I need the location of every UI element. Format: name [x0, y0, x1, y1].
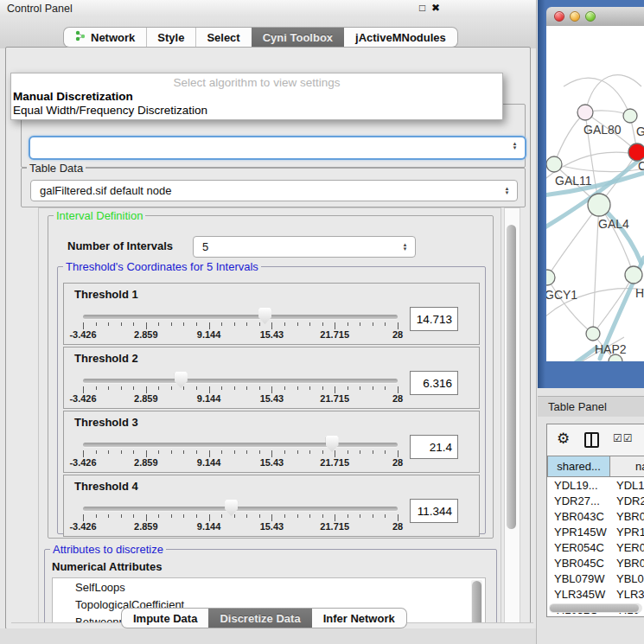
tick-mark: [322, 386, 323, 390]
columns-icon[interactable]: [584, 432, 599, 448]
slider-track[interactable]: [83, 507, 398, 511]
table-row[interactable]: YDR27...YDR2: [547, 493, 644, 508]
tick-mark: [322, 514, 323, 518]
table-row[interactable]: YER054CYER0: [547, 539, 644, 555]
network-node[interactable]: [546, 270, 555, 285]
list-item[interactable]: SelfLoops: [53, 578, 485, 596]
tick-mark: [133, 386, 134, 390]
tab-label: Select: [207, 31, 239, 44]
cell-shared-name: YPR145W: [547, 526, 610, 539]
tick-label: 9.144: [197, 393, 221, 404]
scrollbar-thumb[interactable]: [507, 225, 516, 529]
table-data-combobox[interactable]: galFiltered.sif default node ▲▼: [30, 180, 518, 201]
threshold-value-field[interactable]: 21.4: [410, 435, 458, 459]
close-traffic-light-icon[interactable]: [554, 11, 564, 22]
tick-mark: [83, 322, 84, 329]
settings-vertical-scrollbar[interactable]: [504, 207, 520, 624]
scrollbar-thumb[interactable]: [472, 581, 481, 623]
table-row[interactable]: YBL079WYBL0: [547, 571, 644, 586]
tab-jactivemnodules[interactable]: jActiveMNodules: [344, 27, 458, 48]
tab-impute-data[interactable]: Impute Data: [121, 608, 208, 628]
tick-mark: [259, 386, 260, 390]
tick-label: -3.426: [69, 393, 96, 404]
threshold-value-field[interactable]: 11.344: [410, 499, 458, 523]
column-header-name[interactable]: na: [610, 456, 644, 477]
tab-infer-network[interactable]: Infer Network: [312, 608, 407, 628]
tick-mark: [271, 386, 272, 393]
network-node[interactable]: [577, 105, 593, 120]
tick-mark: [348, 450, 348, 454]
top-tab-strip: NetworkStyleSelectCyni ToolboxjActiveMNo…: [63, 27, 458, 48]
close-icon[interactable]: ✖: [431, 2, 440, 14]
minimize-traffic-light-icon[interactable]: [570, 11, 580, 22]
float-window-icon[interactable]: □: [419, 2, 425, 14]
tick-mark: [121, 322, 122, 326]
network-node[interactable]: [628, 143, 644, 161]
tick-label: 9.144: [197, 521, 221, 532]
table-row[interactable]: YPR145WYPR1: [547, 524, 644, 539]
zoom-traffic-light-icon[interactable]: [585, 11, 596, 22]
tick-mark: [348, 322, 348, 326]
gear-icon[interactable]: ⚙: [557, 430, 570, 448]
tick-mark: [83, 450, 84, 457]
tab-label: Network: [91, 31, 135, 44]
network-node[interactable]: [623, 109, 637, 123]
tick-mark: [209, 322, 210, 329]
tick-mark: [259, 322, 260, 326]
tick-mark: [108, 322, 109, 326]
scrollbar-thumb[interactable]: [550, 604, 639, 612]
network-window: GAL80GACGAL11GAL4GCY1HHAP2: [538, 0, 644, 388]
interval-definition-title: Interval Definition: [54, 209, 145, 222]
slider-tick-labels: -3.4262.8599.14415.4321.71528: [83, 521, 398, 532]
tab-cyni-toolbox[interactable]: Cyni Toolbox: [252, 27, 344, 48]
tick-mark: [171, 322, 172, 326]
network-icon: [75, 30, 86, 44]
tick-label: 28: [392, 457, 403, 468]
table-horizontal-scrollbar[interactable]: [549, 603, 642, 613]
popup-item-manual-discretization[interactable]: Manual Discretization: [13, 90, 133, 103]
tab-style[interactable]: Style: [146, 27, 195, 48]
checkbox-icons[interactable]: ☑☑: [613, 432, 634, 444]
network-canvas[interactable]: GAL80GACGAL11GAL4GCY1HHAP2: [546, 26, 644, 361]
network-edge: [554, 112, 585, 164]
tick-label: 2.859: [134, 329, 158, 340]
tick-mark: [234, 322, 235, 326]
tick-mark: [221, 386, 222, 390]
attribute-list-scrollbar[interactable]: [471, 580, 482, 623]
table-row[interactable]: YLR345WYLR3: [547, 586, 644, 602]
tick-mark: [171, 386, 172, 390]
threshold-value-field[interactable]: 6.316: [410, 371, 458, 395]
network-node[interactable]: [586, 327, 600, 341]
tick-label: 2.859: [134, 457, 158, 468]
tab-discretize-data[interactable]: Discretize Data: [208, 608, 311, 628]
tick-mark: [146, 514, 147, 521]
combo-stepper-icon: ▲▼: [401, 243, 409, 252]
cell-shared-name: YBL079W: [547, 572, 610, 585]
network-node[interactable]: [625, 266, 642, 284]
table-row[interactable]: YDL19...YDL1: [547, 477, 644, 493]
tab-select[interactable]: Select: [195, 27, 251, 48]
network-node[interactable]: [546, 156, 562, 172]
column-header-shared-name[interactable]: shared...: [547, 456, 610, 477]
tick-mark: [322, 322, 323, 326]
tab-network[interactable]: Network: [63, 27, 146, 48]
tick-mark: [83, 386, 84, 393]
network-node[interactable]: [588, 194, 610, 216]
slider-track[interactable]: [83, 315, 398, 319]
number-of-intervals-value: 5: [194, 240, 401, 253]
threshold-value-field[interactable]: 14.713: [410, 307, 458, 331]
table-row[interactable]: YBR043CYBR0: [547, 508, 644, 524]
popup-item-equal-width-frequency[interactable]: Equal Width/Frequency Discretization: [13, 104, 207, 117]
slider-track[interactable]: [83, 379, 398, 383]
number-of-intervals-combobox[interactable]: 5 ▲▼: [193, 236, 416, 258]
table-panel-titlebar: Table Panel: [538, 396, 644, 418]
tick-mark: [284, 386, 285, 390]
table-data-value: galFiltered.sif default node: [31, 184, 503, 197]
table-row[interactable]: YBR045CYBR0: [547, 555, 644, 571]
tick-label: 9.144: [197, 457, 221, 468]
slider-track[interactable]: [83, 443, 398, 447]
tick-label: 21.715: [320, 393, 349, 404]
tick-mark: [133, 322, 134, 326]
algorithm-combobox[interactable]: ▲▼: [29, 136, 526, 160]
cell-name: YDL1: [610, 479, 644, 492]
